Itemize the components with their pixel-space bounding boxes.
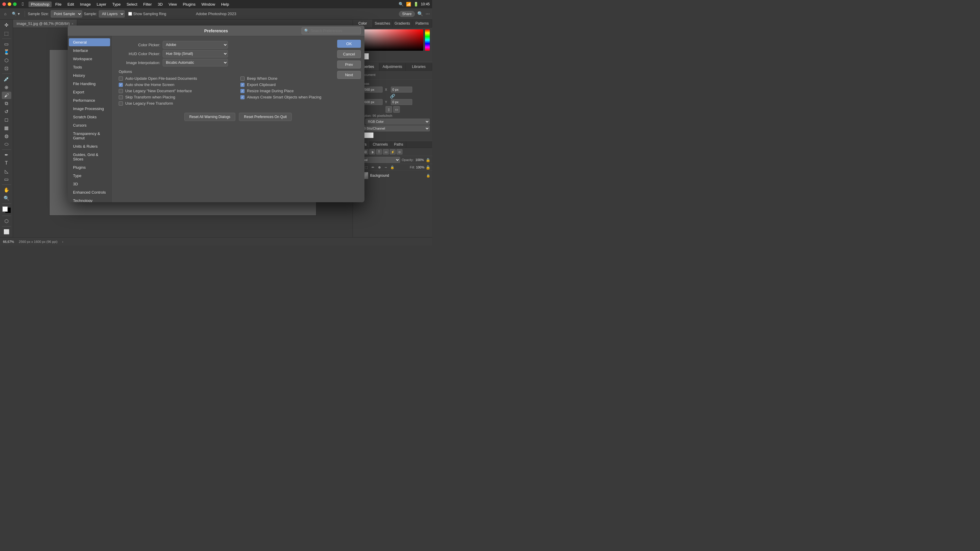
menu-image[interactable]: Image [78,2,93,7]
preferences-dialog[interactable]: Preferences 🔍 General Interface Workspac… [68,25,364,202]
cancel-button[interactable]: Cancel [337,50,361,58]
shape-tool[interactable]: ▭ [2,176,11,183]
filter-type-btn[interactable]: T [376,149,382,154]
maximize-button[interactable] [13,2,17,6]
reset-prefs-button[interactable]: Reset Preferences On Quit [239,113,292,121]
opacity-lock-icon[interactable]: 🔒 [426,158,430,162]
gradient-tool[interactable]: ▦ [2,124,11,131]
layer-background[interactable]: 👁 Background 🔒 [353,171,432,180]
clone-tool[interactable]: ⧉ [2,100,11,107]
close-tab-icon[interactable]: × [72,22,73,25]
tab-swatches[interactable]: Swatches [373,19,393,27]
hud-picker-select[interactable]: Hue Strip (Small) [163,50,228,57]
color-picker-select[interactable]: Adobe [163,41,228,49]
move-tool[interactable]: ✜ [2,21,11,29]
menu-view[interactable]: View [166,2,179,7]
tab-paths[interactable]: Paths [391,141,407,148]
quick-select-tool[interactable]: ⬡ [2,56,11,64]
tab-channels[interactable]: Channels [370,141,391,148]
interpolation-select[interactable]: Bicubic Automatic [163,59,228,67]
eraser-tool[interactable]: ◻ [2,116,11,123]
path-tool[interactable]: ◺ [2,167,11,175]
artboard-tool[interactable]: ⬚ [2,29,11,37]
more-options-icon[interactable]: ⋯ [426,11,430,16]
nav-guides[interactable]: Guides, Grid & Slices [69,151,110,163]
option-home-screen[interactable]: Auto show the Home Screen [119,83,235,87]
option-smart-objects[interactable]: Always Create Smart Objects when Placing [240,95,357,99]
filter-shape-btn[interactable]: ▭ [383,149,389,154]
checkbox-legacy-free[interactable] [119,102,123,106]
crop-tool[interactable]: ⊡ [2,65,11,72]
menu-select[interactable]: Select [124,2,140,7]
tab-gradients[interactable]: Gradients [393,19,412,27]
nav-enhanced[interactable]: Enhanced Controls [69,188,110,196]
x-input[interactable] [391,87,412,92]
menu-file[interactable]: File [53,2,64,7]
nav-general[interactable]: General [69,38,110,46]
ok-button[interactable]: OK [337,40,361,48]
share-button[interactable]: Share [399,11,415,17]
screen-mode-tool[interactable]: ⬜ [2,228,11,235]
tab-patterns[interactable]: Patterns [412,19,432,27]
mode-select[interactable]: RGB Color [365,119,430,125]
zoom-tool[interactable]: 🔍 [2,194,11,202]
nav-3d[interactable]: 3D [69,180,110,188]
next-button[interactable]: Next [337,71,361,79]
hand-tool[interactable]: ✋ [2,186,11,194]
menu-window[interactable]: Window [199,2,218,7]
canvas-header[interactable]: ▾ Canvas [355,81,430,86]
eyedropper-tool-options[interactable]: 🔍 ▾ [10,11,22,17]
menu-edit[interactable]: Edit [65,2,76,7]
pen-tool[interactable]: ✒ [2,151,11,158]
lock-move-btn[interactable]: ↔ [383,165,388,170]
nav-transparency[interactable]: Transparency & Gamut [69,130,110,142]
minimize-button[interactable] [8,2,11,6]
marquee-tool[interactable]: ▭ [2,40,11,48]
sample-select[interactable]: All Layers [99,10,125,17]
tab-adjustments[interactable]: Adjustments [379,63,406,71]
lock-position-btn[interactable]: ✏ [370,165,375,170]
hue-strip[interactable] [425,29,430,51]
portrait-icon[interactable]: ▯ [385,106,392,113]
checkbox-resize-place[interactable] [240,89,245,93]
nav-plugins[interactable]: Plugins [69,164,110,171]
lasso-tool[interactable]: 🧵 [2,48,11,56]
nav-units[interactable]: Units & Rulers [69,142,110,150]
checkbox-legacy-new-doc[interactable] [119,89,123,93]
color-spectrum[interactable] [355,29,423,51]
brush-tool[interactable]: 🖌 [2,92,11,99]
checkbox-beep[interactable] [240,76,245,81]
search-toolbar-icon[interactable]: 🔍 [417,11,423,17]
option-resize-place[interactable]: Resize Image During Place [240,89,357,93]
menu-type[interactable]: Type [110,2,123,7]
filter-adj-btn[interactable]: ◑ [369,149,375,154]
checkbox-home-screen[interactable] [119,83,123,87]
close-button[interactable] [2,2,6,6]
nav-cursors[interactable]: Cursors [69,121,110,129]
lock-all-btn[interactable]: 🔒 [390,165,395,170]
option-export-clipboard[interactable]: Export Clipboard [240,83,357,87]
menu-filter[interactable]: Filter [141,2,154,7]
sample-size-select[interactable]: Point Sample [51,10,82,17]
color-swatches[interactable] [2,206,11,213]
tab-libraries[interactable]: Libraries [406,63,432,71]
filter-smart-btn[interactable]: ⚡ [390,149,396,154]
menu-plugins[interactable]: Plugins [180,2,198,7]
checkbox-smart-objects[interactable] [240,95,245,99]
menu-3d[interactable]: 3D [155,2,165,7]
home-button[interactable]: ⌂ [2,11,8,17]
nav-history[interactable]: History [69,71,110,79]
foreground-color-swatch[interactable] [2,206,8,212]
dodge-tool[interactable]: ⬭ [2,140,11,148]
blur-tool[interactable]: ◍ [2,132,11,140]
nav-image-processing[interactable]: Image Processing [69,105,110,113]
filter-select-btn[interactable]: ⊙ [396,149,402,154]
menu-help[interactable]: Help [219,2,232,7]
option-auto-update[interactable]: Auto-Update Open File-based Documents [119,76,235,81]
nav-scratch-disks[interactable]: Scratch Disks [69,113,110,121]
show-sampling-label[interactable]: Show Sampling Ring [128,12,166,16]
option-skip-transform[interactable]: Skip Transform when Placing [119,95,235,99]
option-legacy-free[interactable]: Use Legacy Free Transform [119,101,235,106]
search-preferences-input[interactable] [311,29,358,33]
checkbox-auto-update[interactable] [119,76,123,81]
